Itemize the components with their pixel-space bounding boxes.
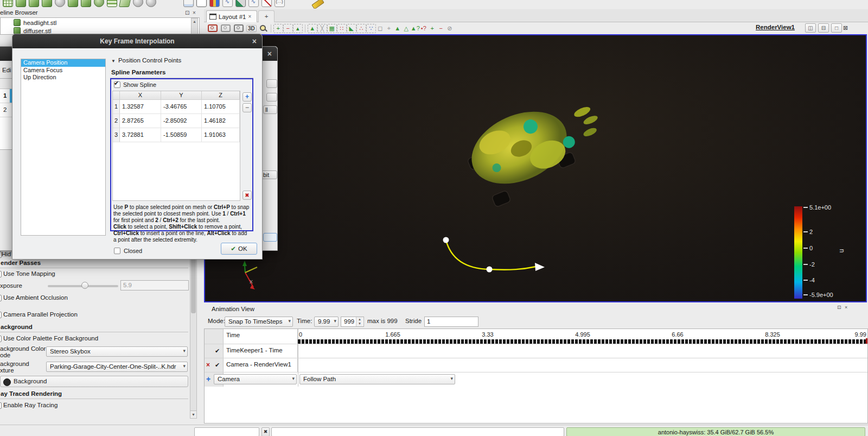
shape-icon[interactable] (16, 0, 26, 7)
wave-icon[interactable]: ∿ (248, 0, 259, 7)
toolbar-icon[interactable]: ▴ (293, 24, 303, 33)
toolbar-icon[interactable]: ▲? (411, 24, 419, 33)
tab-layout-1[interactable]: Layout #1 × (206, 10, 257, 22)
globe-icon[interactable] (94, 0, 104, 7)
column-header-x[interactable]: X (120, 91, 161, 100)
scroll-down-icon[interactable]: ▼ (190, 410, 196, 418)
list-item-up-direction[interactable]: Up Direction (21, 74, 105, 81)
layers-icon[interactable] (107, 0, 117, 7)
toolbar-icon[interactable]: ⊘ (445, 24, 454, 33)
list-item-camera-position[interactable]: Camera Position (21, 59, 105, 67)
track-mode-combobox[interactable]: Follow Path▾ (299, 374, 455, 384)
chart-icon[interactable] (209, 0, 220, 7)
braces-icon[interactable]: {…} (275, 0, 285, 7)
column-header-y[interactable]: Y (161, 91, 202, 100)
track-source-combobox[interactable]: Camera▾ (214, 374, 297, 384)
new-layout-tab-button[interactable]: + (258, 10, 275, 22)
button-fragment[interactable] (266, 93, 277, 102)
remove-point-button[interactable]: − (242, 103, 252, 112)
delete-track-icon[interactable]: × (206, 361, 210, 369)
tab-close-icon[interactable]: × (248, 14, 252, 20)
pipeline-scrollbar[interactable]: ▲ (191, 18, 198, 34)
brush-icon[interactable] (235, 0, 246, 7)
toolbar-icon[interactable]: − (437, 24, 445, 33)
toolbar-icon[interactable]: ╳ (317, 24, 327, 33)
time-combobox[interactable]: 9.99▾ (314, 317, 339, 327)
toolbar-icon[interactable]: ▦ (327, 24, 337, 33)
color-palette-checkbox[interactable] (0, 336, 2, 342)
track-enabled-checkbox[interactable]: ✔ (215, 362, 220, 369)
toolbar-icon[interactable]: ◣ (347, 24, 356, 33)
maximize-view-button[interactable]: □ (831, 23, 842, 33)
show-spline-checkbox[interactable] (114, 81, 120, 88)
spline-point-cell[interactable]: 1.32587 (120, 100, 161, 114)
sphere-icon[interactable] (146, 0, 156, 7)
window-icon[interactable] (196, 0, 207, 7)
shape-icon[interactable] (29, 0, 39, 7)
properties-scrollbar[interactable]: ▼ (190, 247, 197, 419)
spline-point-cell[interactable]: -3.46765 (161, 100, 202, 114)
split-horizontal-button[interactable]: ◫ (805, 23, 816, 33)
camera-icon[interactable] (208, 24, 218, 32)
mode-combobox[interactable]: Snap To TimeSteps▾ (225, 317, 293, 327)
animation-track-row[interactable]: ✔TimeKeeper1 - Time (205, 344, 867, 358)
frame-spinbox[interactable]: 999 ▲▼ (341, 317, 364, 327)
spline-point-cell[interactable]: 2.87265 (120, 114, 161, 128)
spline-point-cell[interactable]: 3.72881 (120, 128, 161, 142)
zoom-icon[interactable] (259, 24, 267, 33)
spin-arrows-icon[interactable]: ▲▼ (356, 317, 363, 326)
grid-icon[interactable] (3, 0, 13, 7)
pencil-icon[interactable] (311, 0, 324, 9)
exposure-slider-handle[interactable] (81, 282, 88, 289)
add-point-button[interactable]: + (242, 92, 252, 102)
camera-icon[interactable] (221, 24, 231, 32)
close-panel-icon[interactable]: × (193, 10, 196, 16)
float-panel-icon[interactable]: ⊡ (185, 10, 189, 16)
split-vertical-button[interactable]: ⊟ (818, 23, 829, 33)
spline-point-cell[interactable]: 1.10705 (202, 100, 240, 114)
spline-point-cell[interactable]: -1.50859 (161, 128, 202, 142)
color-legend-bar[interactable] (794, 206, 802, 299)
pipeline-item[interactable]: headlight.stl (14, 18, 56, 27)
toggle-3d-button[interactable]: 3D (246, 25, 257, 32)
toolbar-icon[interactable]: •? (419, 24, 428, 33)
render-viewport[interactable]: X 5.1e+0020-2-4-5.9e+00 u (204, 34, 867, 302)
dialog-titlebar[interactable]: Key Frame Interpolation (12, 34, 262, 48)
background-color-button[interactable]: Background (0, 376, 188, 387)
toolbar-icon[interactable]: − (283, 24, 293, 33)
toolbar-icon[interactable]: ∵ (366, 24, 376, 33)
toolbar-icon[interactable]: ◻ (376, 24, 385, 33)
toolbar-icon[interactable]: + (273, 24, 283, 33)
shape-icon[interactable] (81, 0, 91, 7)
ok-button[interactable]: ✔OK (221, 243, 257, 255)
toolbar-icon[interactable]: ⌖ (385, 24, 393, 33)
ambient-occlusion-checkbox[interactable] (0, 295, 2, 301)
spline-point-cell[interactable]: 1.91063 (202, 128, 240, 142)
float-panel-icon[interactable]: ⊡ (837, 305, 841, 310)
close-view-icon[interactable]: ⊠ (843, 24, 848, 31)
exposure-input[interactable]: 5.9 (120, 280, 189, 290)
animation-track-row[interactable]: ×✔Camera - RenderView1 (205, 358, 867, 372)
toolbar-icon[interactable]: ▲ (308, 24, 317, 33)
close-dialog-icon[interactable]: × (252, 37, 257, 46)
abort-button[interactable]: ✖ (261, 427, 270, 436)
toolbar-icon[interactable]: ▲ (393, 24, 402, 33)
sphere-icon[interactable] (133, 0, 143, 7)
parallel-projection-checkbox[interactable] (0, 312, 2, 318)
toolbar-icon[interactable]: ∷ (337, 24, 347, 33)
toolbar-icon[interactable]: + (428, 24, 437, 33)
button-fragment-ll[interactable]: ll (263, 105, 277, 114)
button-fragment[interactable] (266, 79, 277, 88)
spline-point-cell[interactable]: 1.46182 (202, 114, 240, 128)
close-dialog-icon[interactable]: × (267, 49, 272, 58)
toolbar-icon[interactable]: △ (402, 24, 411, 33)
plane-icon[interactable] (118, 0, 131, 7)
closed-checkbox[interactable] (114, 248, 120, 254)
shape-icon[interactable] (68, 0, 78, 7)
add-track-icon[interactable]: + (206, 375, 210, 383)
track-enabled-checkbox[interactable]: ✔ (215, 347, 220, 355)
stride-input[interactable]: 1 (424, 317, 478, 327)
tone-mapping-checkbox[interactable] (0, 271, 2, 277)
bg-color-mode-combobox[interactable]: Stereo Skybox▾ (46, 346, 188, 357)
toolbar-icon[interactable]: ∴ (356, 24, 366, 33)
